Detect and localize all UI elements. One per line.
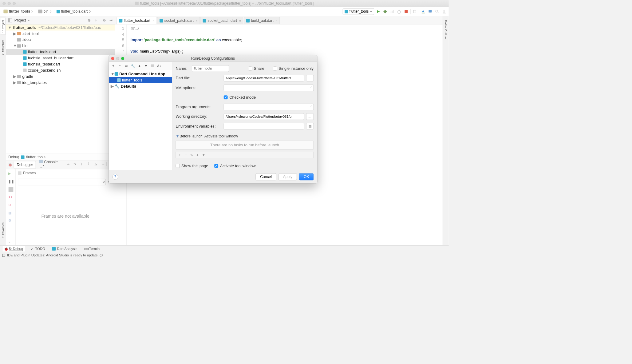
browse-working-dir-button[interactable]: … (306, 113, 314, 120)
add-task-icon[interactable]: ＋ (178, 152, 181, 157)
edit-env-vars-button[interactable]: ▤ (306, 123, 314, 129)
stop-button[interactable] (403, 9, 409, 14)
tree-file-xcode-backend[interactable]: xcode_backend.sh (6, 67, 115, 73)
flutter-outline-tab[interactable]: Flutter Outline (443, 18, 448, 41)
activate-tool-window-checkbox[interactable]: Activate tool window (214, 164, 255, 168)
terminal-tool-tab[interactable]: ⌨Termin (83, 246, 101, 251)
step-out-icon[interactable]: ⤴ (88, 162, 93, 167)
step-over-icon[interactable]: ↷ (73, 162, 79, 167)
step-into-icon[interactable]: ⤵ (81, 162, 86, 167)
run-to-icon[interactable]: →┃ (101, 162, 107, 167)
run-config-selector[interactable]: flutter_tools (343, 8, 374, 15)
structure-tool-tab[interactable]: 7: Structure (1, 38, 6, 57)
panel-view-icon[interactable] (8, 18, 13, 23)
close-tab-icon[interactable]: × (196, 19, 198, 22)
remove-task-icon[interactable]: － (184, 152, 188, 157)
project-tool-tab[interactable]: 1: Project (0, 18, 5, 35)
breadcrumb-bin[interactable]: bin (37, 9, 53, 14)
debugger-tab[interactable]: Debugger (14, 161, 36, 168)
show-this-page-checkbox[interactable]: Show this page (176, 164, 208, 168)
dart-analysis-tab[interactable]: Dart Analysis (50, 246, 79, 251)
help-button[interactable]: ? (113, 174, 118, 180)
profile-button[interactable] (396, 9, 402, 14)
tree-dart-tool[interactable]: ▶.dart_tool (6, 30, 115, 37)
debug-button[interactable] (382, 9, 388, 14)
config-defaults[interactable]: ▶🔧Defaults (109, 83, 172, 89)
tree-root[interactable]: ▼ flutter_tools~/Codes/Flutter/betav031/… (6, 25, 115, 31)
dart-file-input[interactable] (224, 75, 304, 81)
single-instance-checkbox[interactable]: Single instance only (273, 66, 314, 71)
editor-tab-socket-patch-1[interactable]: socket_patch.dart× (157, 17, 200, 24)
tree-idea[interactable]: .idea (6, 37, 115, 43)
name-input[interactable] (192, 65, 229, 72)
task-down-icon[interactable]: ▼ (202, 153, 205, 157)
debug-bug-icon[interactable]: 🐞 (7, 163, 13, 167)
program-args-input[interactable] (224, 104, 314, 110)
tree-bin[interactable]: ▼bin (6, 43, 115, 49)
task-up-icon[interactable]: ▲ (196, 153, 199, 157)
download-button[interactable] (420, 9, 426, 14)
status-icon[interactable] (2, 254, 5, 257)
breadcrumb-file[interactable]: flutter_tools.dart (55, 9, 93, 14)
more-icon[interactable]: » (8, 240, 13, 245)
todo-tool-tab[interactable]: ✓TODO (29, 246, 47, 251)
hide-icon[interactable]: ⇥ (109, 18, 113, 23)
step-force-icon[interactable]: ⇲ (94, 162, 100, 167)
thread-selector[interactable] (18, 179, 106, 185)
editor-tab-flutter-tools[interactable]: flutter_tools.dart× (117, 17, 157, 24)
vm-options-input[interactable] (224, 85, 314, 91)
apply-button[interactable]: Apply (278, 173, 297, 180)
search-button[interactable] (434, 9, 440, 14)
tree-gradle[interactable]: ▶gradle (6, 73, 115, 80)
cancel-button[interactable]: Cancel (255, 173, 276, 180)
avd-button[interactable] (427, 9, 433, 14)
config-group-dart-cli[interactable]: ▼Dart Command Line App (109, 71, 172, 77)
edit-task-icon[interactable]: ✎ (190, 153, 193, 157)
coverage-button[interactable] (389, 9, 395, 14)
favorites-tool-tab[interactable]: 2: Favorites (1, 221, 6, 240)
settings-icon[interactable]: ⚙ (8, 219, 13, 224)
close-tab-icon[interactable]: × (239, 19, 241, 22)
checked-mode-checkbox[interactable]: Checked mode (224, 95, 256, 100)
resume-icon[interactable]: ▶ (8, 171, 13, 176)
edit-defaults-icon[interactable]: 🔧 (131, 64, 135, 68)
user-button[interactable] (441, 9, 447, 14)
tree-file-fuchsia-asset[interactable]: fuchsia_asset_builder.dart (6, 55, 115, 61)
debug-tool-tab[interactable]: 🐞5: Debug (2, 246, 25, 251)
project-tree[interactable]: ▼ flutter_tools~/Codes/Flutter/betav031/… (6, 25, 115, 154)
gear-icon[interactable]: ⚙ (102, 18, 107, 23)
pause-icon[interactable]: ❚❚ (8, 179, 13, 184)
attach-button[interactable] (412, 9, 417, 14)
config-item-flutter-tools[interactable]: flutter_tools (109, 77, 172, 83)
share-checkbox[interactable]: Share (248, 66, 264, 71)
tree-file-flutter-tools[interactable]: flutter_tools.dart (6, 49, 115, 55)
move-down-icon[interactable]: ▼ (144, 64, 148, 68)
mute-icon[interactable]: ⊘ (8, 203, 13, 208)
before-launch-header[interactable]: ▼Before launch: Activate tool window (176, 134, 314, 139)
working-dir-input[interactable] (224, 113, 304, 120)
copy-config-icon[interactable]: ⧉ (124, 64, 128, 68)
breakpoints-icon[interactable]: ●● (8, 195, 13, 200)
close-tab-icon[interactable]: × (276, 19, 278, 22)
layout-icon[interactable]: ▥ (8, 211, 13, 216)
env-vars-input[interactable] (224, 123, 304, 129)
config-tree[interactable]: ▼Dart Command Line App flutter_tools ▶🔧D… (109, 70, 172, 170)
sort-config-icon[interactable]: A↓ (157, 64, 161, 68)
browse-dart-file-button[interactable]: … (306, 75, 314, 81)
add-config-icon[interactable]: ＋ (111, 64, 115, 68)
editor-tab-socket-patch-2[interactable]: socket_patch.dart× (200, 17, 243, 24)
remove-config-icon[interactable]: － (118, 64, 122, 68)
step-icon[interactable]: ↦ (67, 162, 72, 167)
move-up-icon[interactable]: ▲ (137, 64, 142, 68)
collapse-icon[interactable]: ≑ (93, 18, 98, 23)
scroll-to-icon[interactable]: ⊕ (87, 18, 92, 23)
ok-button[interactable]: OK (299, 173, 314, 180)
tree-file-fuchsia-tester[interactable]: fuchsia_tester.dart (6, 61, 115, 67)
close-tab-icon[interactable]: × (152, 19, 154, 22)
tree-ide-templates[interactable]: ▶ide_templates (6, 79, 115, 85)
stop-icon[interactable] (8, 187, 13, 192)
breadcrumb-root[interactable]: flutter_tools (2, 9, 35, 14)
run-button[interactable] (375, 9, 381, 14)
folder-config-icon[interactable] (150, 64, 155, 68)
editor-tab-build-aot[interactable]: build_aot.dart× (244, 17, 280, 24)
